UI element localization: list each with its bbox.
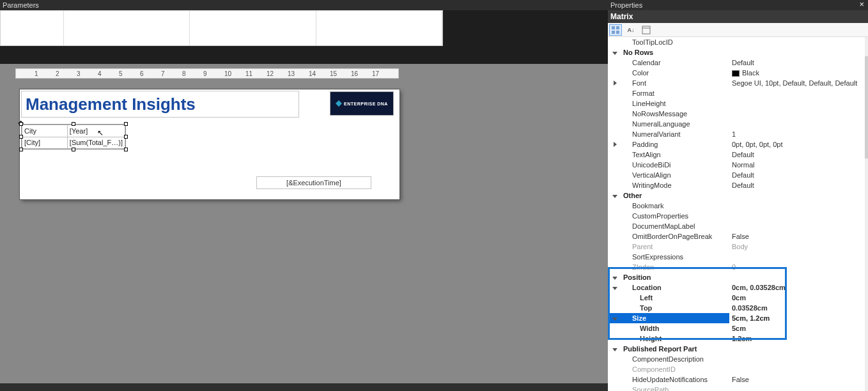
report-title-textbox[interactable]: Management Insights — [21, 91, 299, 118]
property-row[interactable]: ParentBody — [608, 241, 865, 252]
property-row[interactable]: Width5cm — [608, 323, 865, 334]
property-value[interactable]: 0pt, 0pt, 0pt, 0pt — [729, 139, 865, 150]
resize-handle[interactable] — [19, 122, 23, 126]
property-value[interactable] — [729, 354, 865, 364]
property-value[interactable]: Black — [729, 68, 865, 78]
property-row[interactable]: VerticalAlignDefault — [608, 170, 865, 180]
property-value[interactable]: Default — [729, 180, 865, 190]
property-value[interactable] — [729, 364, 865, 374]
property-value[interactable] — [729, 47, 865, 57]
property-value[interactable] — [729, 109, 865, 119]
resize-handle[interactable] — [19, 148, 23, 151]
property-value[interactable]: Segoe UI, 10pt, Default, Default, Defaul… — [729, 78, 865, 88]
close-icon[interactable]: × — [859, 0, 864, 9]
property-value[interactable]: Default — [729, 150, 865, 160]
matrix-cell[interactable]: [Sum(Total_F…)] — [67, 137, 125, 149]
matrix-cell[interactable]: City — [22, 125, 68, 137]
property-row[interactable]: Padding0pt, 0pt, 0pt, 0pt — [608, 139, 865, 150]
property-row[interactable]: WritingModeDefault — [608, 180, 865, 190]
matrix-cell[interactable]: [City] — [22, 137, 68, 149]
property-row[interactable]: LineHeight — [608, 98, 865, 109]
property-value[interactable] — [729, 190, 865, 201]
scrollbar-thumb[interactable] — [865, 56, 868, 158]
property-value[interactable] — [729, 344, 865, 354]
property-value[interactable] — [729, 211, 865, 221]
property-value[interactable]: 1.2cm — [729, 334, 865, 344]
execution-time-textbox[interactable]: [&ExecutionTime] — [256, 176, 371, 189]
resize-handle[interactable] — [72, 148, 75, 151]
property-value[interactable]: 0 — [729, 262, 865, 272]
design-horizontal-scrollbar[interactable] — [0, 383, 608, 391]
expand-gutter[interactable] — [608, 78, 622, 88]
resize-handle[interactable] — [124, 135, 128, 139]
report-page[interactable]: Management Insights ENTERPRISE DNA ✥ Cit… — [20, 89, 399, 199]
property-row[interactable]: ComponentID — [608, 364, 865, 374]
property-value[interactable]: False — [729, 374, 865, 385]
property-row[interactable]: Height1.2cm — [608, 334, 865, 344]
property-value[interactable] — [729, 37, 865, 47]
property-value[interactable] — [729, 385, 865, 391]
matrix-cell[interactable]: [Year] — [67, 125, 125, 137]
matrix-tablix[interactable]: ✥ City [Year] [City] [Sum(Total_F…)] ↖ — [21, 124, 126, 150]
property-row[interactable]: ComponentDescription — [608, 354, 865, 364]
property-value[interactable]: 0cm, 0.03528cm — [729, 282, 865, 293]
property-row[interactable]: NumeralLanguage — [608, 119, 865, 129]
property-row[interactable]: DocumentMapLabel — [608, 221, 865, 231]
resize-handle[interactable] — [124, 148, 128, 151]
properties-scrollbar[interactable] — [865, 37, 868, 391]
property-value[interactable]: 1 — [729, 129, 865, 139]
property-value[interactable]: Normal — [729, 160, 865, 170]
property-value[interactable]: Default — [729, 57, 865, 68]
property-value[interactable]: 0cm — [729, 293, 865, 303]
expand-gutter[interactable] — [608, 47, 622, 57]
param-cell[interactable] — [1, 11, 64, 45]
property-value[interactable]: 5cm — [729, 323, 865, 334]
property-row[interactable]: TextAlignDefault — [608, 150, 865, 160]
property-row[interactable]: ColorBlack — [608, 68, 865, 78]
properties-object-name[interactable]: Matrix — [608, 10, 868, 23]
resize-handle[interactable] — [19, 135, 23, 139]
property-row[interactable]: Top0.03528cm — [608, 303, 865, 313]
param-cell[interactable] — [64, 11, 190, 45]
property-row[interactable]: SourcePath — [608, 385, 865, 391]
property-row[interactable]: CustomProperties — [608, 211, 865, 221]
property-category[interactable]: Position — [608, 272, 865, 282]
property-value[interactable]: 0.03528cm — [729, 303, 865, 313]
property-value[interactable] — [729, 272, 865, 282]
param-cell[interactable] — [316, 11, 442, 45]
property-value[interactable] — [729, 119, 865, 129]
property-row[interactable]: Bookmark — [608, 201, 865, 211]
property-row[interactable]: NoRowsMessage — [608, 109, 865, 119]
property-row[interactable]: OmitBorderOnPageBreakFalse — [608, 231, 865, 241]
property-row[interactable]: HideUpdateNotificationsFalse — [608, 374, 865, 385]
property-row[interactable]: Size5cm, 1.2cm — [608, 313, 865, 323]
property-value[interactable] — [729, 98, 865, 109]
property-value[interactable] — [729, 221, 865, 231]
expand-gutter[interactable] — [608, 344, 622, 354]
property-value[interactable]: Body — [729, 241, 865, 252]
property-row[interactable]: CalendarDefault — [608, 57, 865, 68]
property-row[interactable]: ZIndex0 — [608, 262, 865, 272]
property-category[interactable]: Other — [608, 190, 865, 201]
param-cell[interactable] — [190, 11, 316, 45]
property-category[interactable]: Published Report Part — [608, 344, 865, 354]
property-row[interactable]: SortExpressions — [608, 252, 865, 262]
resize-handle[interactable] — [72, 122, 75, 126]
parameters-strip[interactable] — [0, 10, 443, 46]
expand-gutter[interactable] — [608, 313, 622, 323]
property-row[interactable]: Location0cm, 0.03528cm — [608, 282, 865, 293]
expand-gutter[interactable] — [608, 272, 622, 282]
expand-gutter[interactable] — [608, 139, 622, 150]
property-row[interactable]: UnicodeBiDiNormal — [608, 160, 865, 170]
property-row[interactable]: ToolTipLocID — [608, 37, 865, 47]
property-value[interactable] — [729, 88, 865, 98]
property-row[interactable]: Format — [608, 88, 865, 98]
property-row[interactable]: NumeralVariant1 — [608, 129, 865, 139]
categorized-button[interactable] — [609, 24, 622, 36]
property-value[interactable]: False — [729, 231, 865, 241]
property-pages-button[interactable] — [640, 24, 653, 36]
expand-gutter[interactable] — [608, 190, 622, 201]
property-row[interactable]: Left0cm — [608, 293, 865, 303]
property-value[interactable] — [729, 201, 865, 211]
logo-image[interactable]: ENTERPRISE DNA — [330, 92, 393, 115]
